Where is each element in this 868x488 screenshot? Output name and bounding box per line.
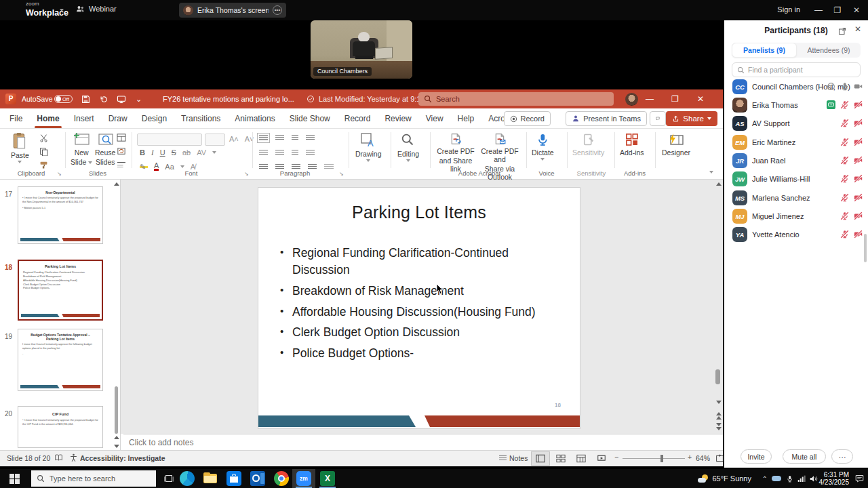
participant-search-input[interactable]: Find a participant xyxy=(732,62,861,77)
slideshow-view-button[interactable] xyxy=(593,452,610,465)
bold-button[interactable]: B xyxy=(140,148,145,157)
account-avatar[interactable] xyxy=(625,93,638,106)
save-button[interactable] xyxy=(81,89,90,108)
tab-file[interactable]: File xyxy=(9,114,22,123)
taskbar-chrome[interactable] xyxy=(270,469,293,488)
reset-slide-icon[interactable] xyxy=(117,147,127,157)
ribbon-collapse-chevron-icon[interactable] xyxy=(709,171,713,174)
undo-button[interactable] xyxy=(99,89,108,108)
tab-slide-show[interactable]: Slide Show xyxy=(290,114,330,123)
spellcheck-icon[interactable] xyxy=(54,453,63,464)
cut-icon[interactable] xyxy=(39,134,50,143)
taskbar-file-explorer[interactable] xyxy=(199,469,222,488)
normal-view-button[interactable] xyxy=(532,452,549,465)
taskbar-weather[interactable]: 65°F Sunny xyxy=(698,469,751,488)
ribbon-display-options-icon[interactable]: ⌄ xyxy=(136,89,142,108)
slide-bullet[interactable]: Breakdown of Risk Management xyxy=(279,283,558,300)
slide-editor[interactable]: Parking Lot Items Regional Funding Clari… xyxy=(258,188,580,428)
notes-pane[interactable]: Click to add notes xyxy=(123,434,723,450)
slide-bullet[interactable]: Regional Funding Clarification-Continued… xyxy=(279,245,558,279)
paragraph-dialog-launcher[interactable]: ↘ xyxy=(339,171,344,177)
zoom-in-button[interactable]: + xyxy=(688,453,692,461)
indent-decrease-button[interactable] xyxy=(292,134,298,142)
participant-row[interactable]: JR Juan Rael xyxy=(724,152,868,169)
slide-sorter-view-button[interactable] xyxy=(552,452,570,465)
smartart-button[interactable] xyxy=(324,163,334,171)
participants-scrollbar[interactable] xyxy=(864,234,867,262)
autosave-toggle[interactable]: Off xyxy=(54,95,73,103)
tab-help[interactable]: Help xyxy=(458,114,475,123)
network-icon[interactable] xyxy=(797,469,806,488)
reuse-slides-button[interactable]: ReuseSlides xyxy=(95,132,115,166)
taskbar-outlook[interactable] xyxy=(246,469,269,488)
next-slide-button[interactable] xyxy=(716,423,724,430)
ppt-close-button[interactable]: ✕ xyxy=(697,89,717,108)
tab-panelists[interactable]: Panelists (9) xyxy=(732,43,797,58)
tab-insert[interactable]: Insert xyxy=(74,114,94,123)
mute-all-button[interactable]: Mute all xyxy=(783,449,826,464)
font-size-box[interactable] xyxy=(205,134,225,146)
taskbar-search-box[interactable]: Type here to search xyxy=(31,470,156,487)
taskbar-excel[interactable]: X xyxy=(316,469,339,488)
tab-view[interactable]: View xyxy=(426,114,443,123)
dictate-button[interactable]: Dictate xyxy=(532,132,554,161)
bullets-button[interactable] xyxy=(259,134,268,142)
numbering-button[interactable] xyxy=(275,134,284,142)
clipboard-dialog-launcher[interactable]: ↘ xyxy=(57,171,62,177)
thumb-scroll-up[interactable] xyxy=(114,182,119,186)
workspace-chevron-icon[interactable] xyxy=(60,9,64,12)
zoom-slider[interactable] xyxy=(623,458,685,459)
participant-row[interactable]: MJ Miguel Jimenez xyxy=(724,207,868,225)
tab-attendees[interactable]: Attendees (9) xyxy=(797,43,861,58)
participant-row[interactable]: MS Marlena Sanchez xyxy=(724,189,868,207)
ppt-minimize-button[interactable]: — xyxy=(646,89,666,108)
columns-button[interactable] xyxy=(275,149,284,157)
thumb-scroll-down[interactable] xyxy=(114,445,119,448)
slide-bullet[interactable]: Affordable Housing Discussion(Housing Fu… xyxy=(279,304,558,321)
canvas-scrollbar-thumb[interactable] xyxy=(715,369,720,384)
zoom-percent[interactable]: 64% xyxy=(696,454,710,462)
tab-record[interactable]: Record xyxy=(344,114,371,123)
font-dialog-launcher[interactable]: ↘ xyxy=(244,171,249,177)
document-title[interactable]: FY26 tentative motions and parking lo... xyxy=(163,95,294,103)
char-spacing-button[interactable]: AV xyxy=(197,148,206,157)
text-direction-button[interactable] xyxy=(292,149,298,157)
taskbar-store[interactable] xyxy=(222,469,245,488)
slide-bullet[interactable]: Clerk Budget Option Discussion xyxy=(279,324,558,341)
participant-row[interactable]: Erika Thomas xyxy=(724,96,868,114)
invite-button[interactable]: Invite xyxy=(741,449,772,464)
copy-icon[interactable] xyxy=(39,147,50,157)
font-color-button[interactable]: A xyxy=(154,162,159,171)
share-button[interactable]: Share xyxy=(666,111,717,126)
indent-increase-button[interactable] xyxy=(259,149,268,157)
thumbnail-slide-19[interactable]: Budget Options Tentative Approval – Park… xyxy=(18,329,103,391)
slide-title[interactable]: Parking Lot Items xyxy=(258,203,580,222)
notes-toggle[interactable]: Notes xyxy=(499,454,528,462)
reading-view-button[interactable] xyxy=(572,452,590,465)
accessibility-status[interactable]: Accessibility: Investigate xyxy=(80,454,165,462)
tab-transitions[interactable]: Transitions xyxy=(181,114,220,123)
tab-more-icon[interactable]: ••• xyxy=(273,5,282,15)
tray-expand[interactable]: ⌃ xyxy=(762,469,768,488)
font-grow-shrink[interactable]: A˄A˅ xyxy=(229,135,254,143)
comments-button[interactable] xyxy=(650,111,666,126)
ppt-restore-button[interactable]: ❐ xyxy=(671,89,692,108)
taskbar-zoom-active[interactable]: zm xyxy=(292,469,315,488)
section-icon[interactable] xyxy=(117,161,127,170)
participant-row[interactable]: AS AV Support xyxy=(724,115,868,132)
thumb-scroll-up2[interactable] xyxy=(114,436,119,439)
format-painter-icon[interactable] xyxy=(39,161,50,170)
onedrive-icon[interactable] xyxy=(772,469,781,488)
tab-home[interactable]: Home xyxy=(37,114,59,123)
new-slide-button[interactable]: New Slide xyxy=(71,132,92,166)
taskbar-clock[interactable]: 6:31 PM4/23/2025 xyxy=(819,469,850,488)
participant-row[interactable]: JW Julie Williams-Hill xyxy=(724,170,868,188)
designer-button[interactable]: Designer xyxy=(662,132,690,157)
align-text-button[interactable] xyxy=(306,149,315,157)
more-options-button[interactable]: ⋯ xyxy=(831,449,853,464)
sign-in-link[interactable]: Sign in xyxy=(777,5,800,14)
participant-row[interactable]: YA Yvette Atencio xyxy=(724,226,868,243)
taskbar-edge[interactable] xyxy=(176,469,199,488)
start-button[interactable] xyxy=(3,469,26,488)
ppt-search-box[interactable]: Search xyxy=(418,92,614,106)
